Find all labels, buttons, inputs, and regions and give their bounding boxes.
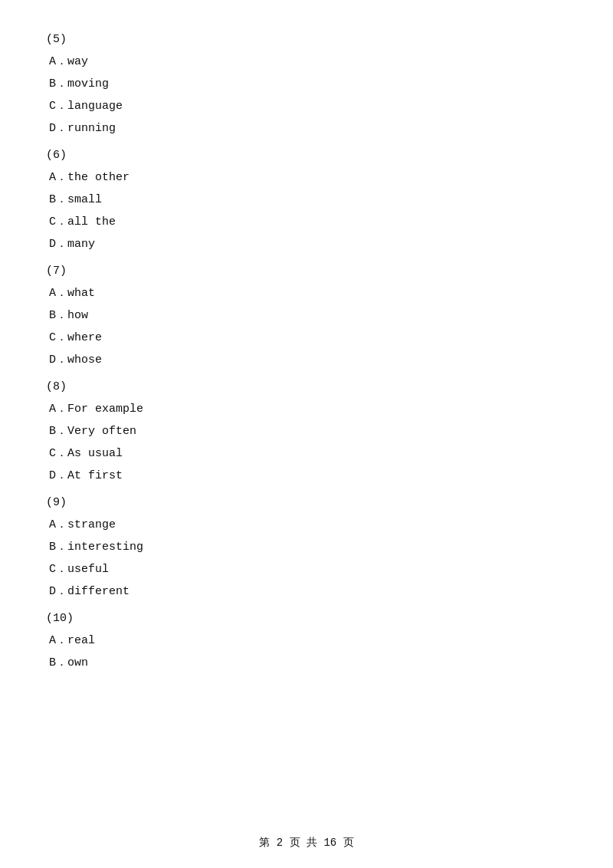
q7-option-b: B．how: [46, 305, 567, 326]
page-content: (5) A．way B．moving C．language D．running …: [0, 0, 613, 721]
question-8-num: (8): [46, 376, 567, 397]
q8-option-a: A．For example: [46, 399, 567, 419]
q10-option-b: B．own: [46, 653, 567, 673]
question-10-num: (10): [46, 608, 567, 629]
q7-option-c: C．where: [46, 327, 567, 348]
q5-option-c: C．language: [46, 96, 567, 117]
page-footer: 第 2 页 共 16 页: [0, 836, 613, 850]
q8-option-b: B．Very often: [46, 421, 567, 442]
q7-option-d: D．whose: [46, 350, 567, 370]
q9-option-c: C．useful: [46, 559, 567, 580]
q9-option-b: B．interesting: [46, 537, 567, 557]
q7-option-a: A．what: [46, 283, 567, 304]
q5-option-a: A．way: [46, 51, 567, 72]
q9-option-a: A．strange: [46, 515, 567, 535]
question-6-num: (6): [46, 145, 567, 166]
q6-option-d: D．many: [46, 234, 567, 255]
q5-option-d: D．running: [46, 118, 567, 139]
q8-option-d: D．At first: [46, 465, 567, 486]
q9-option-d: D．different: [46, 581, 567, 602]
question-5-num: (5): [46, 29, 567, 50]
question-7-num: (7): [46, 261, 567, 281]
q10-option-a: A．real: [46, 630, 567, 651]
q6-option-c: C．all the: [46, 212, 567, 232]
q5-option-b: B．moving: [46, 74, 567, 94]
q6-option-b: B．small: [46, 189, 567, 210]
question-9-num: (9): [46, 492, 567, 513]
q8-option-c: C．As usual: [46, 443, 567, 464]
q6-option-a: A．the other: [46, 167, 567, 188]
